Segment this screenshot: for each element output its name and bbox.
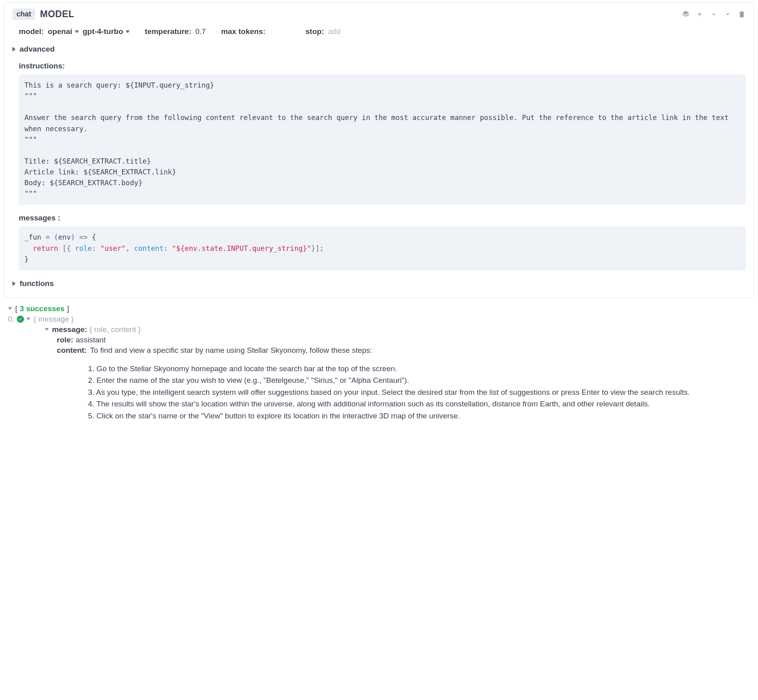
model-value: gpt-4-turbo [83, 27, 123, 36]
chevron-down-icon [75, 30, 79, 33]
block-toolbar [682, 10, 746, 18]
chevron-down-icon [26, 318, 30, 320]
stop-input[interactable] [328, 27, 348, 36]
model-label: model: [19, 27, 44, 36]
content-step: 1. Go to the Stellar Skyonomy homepage a… [88, 363, 746, 374]
result-row-0[interactable]: 0: { message } [8, 315, 750, 324]
chevron-right-icon [12, 281, 16, 286]
content-body: 1. Go to the Stellar Skyonomy homepage a… [8, 363, 750, 422]
role-label: role: [57, 336, 73, 344]
functions-label: functions [20, 279, 54, 288]
chevron-right-icon [12, 47, 16, 52]
message-keys: { role, content } [90, 325, 141, 334]
message-label: message: [52, 325, 87, 334]
message-row[interactable]: message: { role, content } [8, 325, 750, 334]
advanced-label: advanced [20, 45, 55, 54]
functions-toggle[interactable]: functions [12, 279, 746, 288]
chevron-down-icon [8, 307, 12, 310]
results-panel: [ 3 successes ] 0: { message } message: … [0, 298, 758, 434]
instructions-label: instructions: [12, 62, 746, 70]
chevron-down-icon[interactable] [724, 10, 732, 18]
content-row: content: To find and view a specific sta… [8, 346, 750, 355]
temperature-value[interactable]: 0.7 [195, 27, 206, 36]
messages-code[interactable]: _fun = (env) => { return [{ role: "user"… [19, 226, 746, 270]
block-type-chip: chat [12, 8, 35, 20]
content-step: 2. Enter the name of the star you wish t… [88, 374, 746, 386]
model-block: chat MODEL model: openai [4, 2, 754, 298]
role-row: role: assistant [8, 336, 750, 344]
plus-icon[interactable] [696, 10, 704, 18]
model-select[interactable]: gpt-4-turbo [83, 27, 130, 36]
messages-label: messages : [12, 214, 746, 222]
block-title: MODEL [40, 9, 74, 20]
temperature-label: temperature: [145, 27, 191, 36]
success-check-icon [17, 316, 24, 323]
params-row: model: openai gpt-4-turbo temperature: 0… [12, 27, 746, 36]
result-index: 0: [8, 315, 14, 324]
results-summary[interactable]: [ 3 successes ] [8, 304, 750, 313]
trash-icon[interactable] [738, 10, 746, 18]
max-tokens-label: max tokens: [221, 27, 265, 36]
content-step: 5. Click on the star's name or the "View… [88, 410, 746, 422]
role-value: assistant [76, 336, 106, 344]
content-label: content: [57, 346, 87, 355]
chevron-down-icon [45, 328, 49, 331]
block-header: chat MODEL [12, 8, 746, 20]
advanced-toggle[interactable]: advanced [12, 45, 746, 54]
stop-label: stop: [305, 27, 324, 36]
success-count: 3 successes [20, 304, 64, 313]
content-step: 3. As you type, the intelligent search s… [88, 386, 746, 398]
content-step: 4. The results will show the star's loca… [88, 398, 746, 410]
provider-value: openai [48, 27, 72, 36]
chevron-up-icon[interactable] [710, 10, 718, 18]
provider-select[interactable]: openai [48, 27, 78, 36]
bracket-close: ] [67, 304, 69, 313]
chevron-down-icon [126, 30, 130, 33]
result-keys: { message } [34, 315, 74, 324]
content-intro: To find and view a specific star by name… [90, 346, 372, 355]
instructions-code[interactable]: This is a search query: ${INPUT.query_st… [19, 74, 746, 205]
bracket-open: [ [15, 304, 17, 313]
layers-icon[interactable] [682, 10, 690, 18]
